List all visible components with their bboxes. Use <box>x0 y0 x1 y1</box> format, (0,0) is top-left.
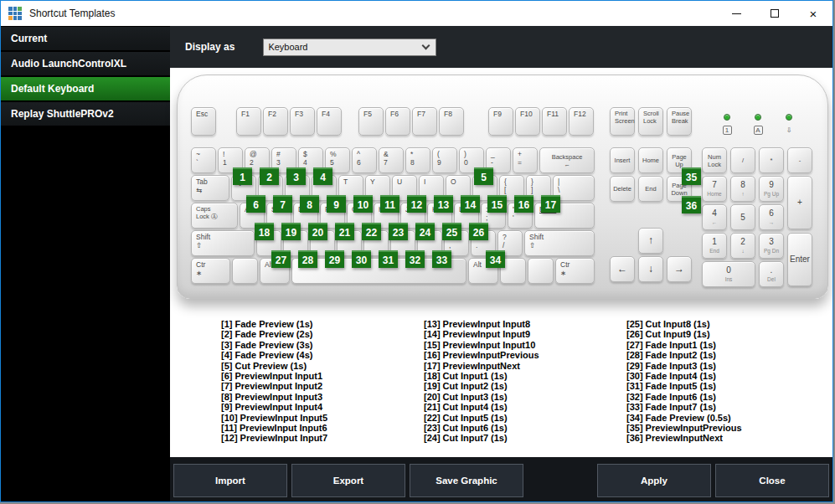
chevron-down-icon <box>422 41 430 49</box>
sidebar-item-current[interactable]: Current <box>1 27 170 50</box>
shortcut-badge-25: 25 <box>442 223 461 240</box>
shortcut-badge-23: 23 <box>389 223 408 240</box>
shortcut-badge-7: 7 <box>273 195 292 213</box>
shortcut-item: [15] PreviewInput Input10 <box>424 340 626 350</box>
shortcut-badge-35: 35 <box>682 167 701 185</box>
shortcut-item: [31] Fade Input5 (1s) <box>626 381 829 391</box>
shortcut-item: [36] PreviewInputNext <box>626 433 829 443</box>
shortcut-item: [35] PreviewInputPrevious <box>626 423 829 433</box>
shortcut-item: [6] PreviewInput Input1 <box>221 371 424 381</box>
key-sublabel: → <box>769 219 775 226</box>
led-numlock: 1 <box>720 114 734 136</box>
key-sublabel: Ins <box>725 276 733 283</box>
shortcut-badge-26: 26 <box>469 223 488 240</box>
shortcut-item: [8] PreviewInput Input3 <box>221 392 424 402</box>
led-light-icon <box>755 114 761 121</box>
shortcut-item: [23] Cut Input6 (1s) <box>424 423 626 433</box>
shortcut-badge-15: 15 <box>487 195 507 213</box>
shortcut-item: [34] Fade Preview (0.5s) <box>626 413 829 423</box>
key-f3: F3 <box>290 107 315 136</box>
key-delete: Delete <box>610 176 635 202</box>
sidebar-item-default-keyboard[interactable]: Default Keyboard <box>1 77 170 100</box>
app-icon-tile <box>13 16 18 20</box>
key-np-8: 8↑ <box>730 176 755 202</box>
led-scrolllock: ⇩ <box>782 114 796 136</box>
shortcut-item: [2] Fade Preview (2s) <box>221 329 424 339</box>
key-f7: F7 <box>412 107 437 136</box>
key-end: End <box>638 176 663 202</box>
shortcut-badge-11: 11 <box>380 195 399 213</box>
key-np-4: 4← <box>702 204 727 230</box>
shortcut-badge-3: 3 <box>286 167 306 185</box>
shortcut-item: [10] PreviewInput Input5 <box>221 413 424 423</box>
key-np-9: 9Pg Up <box>759 176 784 202</box>
shortcut-item: [20] Cut Input3 (1s) <box>424 392 626 402</box>
key-np-2: 2↓ <box>730 233 755 259</box>
shortcut-badge-4: 4 <box>313 167 332 185</box>
key-arrow-up: ↑ <box>638 228 663 254</box>
shortcut-badge-29: 29 <box>325 250 344 268</box>
shortcut-badge-16: 16 <box>514 195 533 213</box>
template-sidebar: Current Audio LaunchControlXL Default Ke… <box>1 26 170 502</box>
shortcut-badge-20: 20 <box>308 223 327 240</box>
key-backspace: Backspace ← <box>539 147 595 173</box>
export-button[interactable]: Export <box>291 464 405 497</box>
shortcut-item: [12] PreviewInput Input7 <box>221 433 424 443</box>
shortcut-badge-28: 28 <box>298 250 317 268</box>
shortcut-item: [24] Cut Input7 (1s) <box>424 433 626 443</box>
import-button[interactable]: Import <box>173 464 287 497</box>
key-arrow-down: ↓ <box>638 256 663 282</box>
app-icon <box>8 7 22 20</box>
led-symbol: A <box>754 126 763 135</box>
shortcut-badge-22: 22 <box>362 223 381 240</box>
sidebar-item-replay-shuttleprov2[interactable]: Replay ShuttlePROv2 <box>1 102 170 126</box>
shortcut-item: [30] Fade Input4 (1s) <box>626 371 829 381</box>
key-f5: F5 <box>358 107 384 136</box>
key-np-0: 0Ins <box>702 261 755 287</box>
shortcut-item: [5] Cut Preview (1s) <box>221 361 424 371</box>
display-as-dropdown[interactable]: Keyboard <box>263 39 436 56</box>
shortcut-item: [13] PreviewInput Input8 <box>424 319 626 329</box>
close-button[interactable]: × <box>794 2 832 26</box>
key-f8: F8 <box>439 107 464 136</box>
shortcut-list: [1] Fade Preview (1s)[2] Fade Preview (2… <box>221 319 829 444</box>
save-graphic-button[interactable]: Save Graphic <box>410 464 523 497</box>
key-insert: Insert <box>610 147 635 173</box>
key-f1: F1 <box>236 107 261 136</box>
titlebar: Shortcut Templates × <box>1 1 832 26</box>
key-np-5: 5 <box>730 204 755 230</box>
key-f2: F2 <box>263 107 288 136</box>
apply-button[interactable]: Apply <box>597 464 711 497</box>
shortcut-item: [7] PreviewInput Input2 <box>221 381 424 391</box>
key-sublabel: Pg Up <box>764 191 779 198</box>
key-f11: F11 <box>542 107 567 136</box>
led-symbol: ⇩ <box>786 126 792 135</box>
shortcut-badge-9: 9 <box>327 195 346 213</box>
shortcut-badge-13: 13 <box>434 195 453 213</box>
maximize-icon <box>771 9 779 18</box>
minimize-icon <box>732 13 741 14</box>
display-as-label: Display as <box>185 41 235 53</box>
shortcut-item: [14] PreviewInput Input9 <box>424 329 626 339</box>
display-toolbar: Display as Keyboard <box>170 26 832 68</box>
app-icon-tile <box>8 12 13 16</box>
shortcut-item: [18] Cut Input1 (1s) <box>424 371 626 381</box>
close-dialog-button[interactable]: Close <box>715 464 829 497</box>
key-printscreen: Print Screen <box>610 107 635 136</box>
app-icon-tile <box>18 16 22 20</box>
maximize-button[interactable] <box>755 2 794 26</box>
sidebar-item-audio-launchcontrolxl[interactable]: Audio LaunchControlXL <box>1 52 170 75</box>
key-np-plus: + <box>787 176 812 229</box>
led-capslock: A <box>751 114 765 136</box>
shortcut-item: [28] Fade Input2 (1s) <box>626 350 829 360</box>
window-title: Shortcut Templates <box>29 8 717 19</box>
minimize-button[interactable] <box>717 2 755 26</box>
key-arrow-right: → <box>667 256 692 282</box>
shortcut-badge-1: 1 <box>233 167 252 185</box>
shortcut-item: [25] Cut Input8 (1s) <box>626 319 829 329</box>
app-icon-tile <box>8 16 13 20</box>
key-scrolllock: Scroll Lock <box>638 107 663 136</box>
key-lctrl: Ctr ∗ <box>191 258 230 284</box>
key-digit7: & 7 <box>379 147 404 173</box>
shortcut-badge-2: 2 <box>260 167 279 185</box>
